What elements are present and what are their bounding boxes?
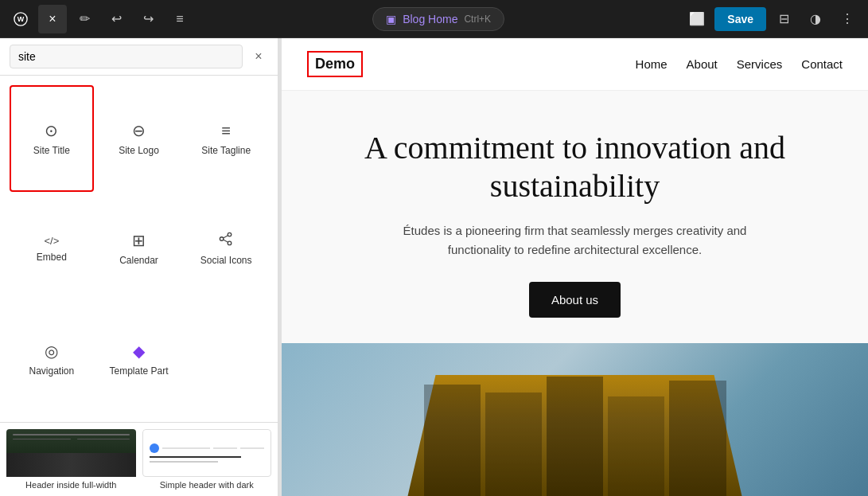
undo-button[interactable]: ↩ (102, 5, 130, 33)
redo-button[interactable]: ↪ (134, 5, 162, 33)
nav-contact[interactable]: Contact (801, 57, 843, 71)
wordpress-button[interactable]: W (6, 5, 35, 33)
canvas-area: Demo Home About Services Contact A commi… (282, 38, 868, 496)
search-clear-button[interactable]: × (249, 47, 268, 66)
view-button[interactable]: ⬜ (683, 5, 711, 33)
more-options-button[interactable]: ⋮ (833, 5, 862, 33)
toolbar-right: ⬜ Save ⊟ ◑ ⋮ (683, 5, 862, 33)
arch-structure (376, 369, 774, 496)
canvas-image-section (282, 343, 868, 496)
template-thumb-dark (6, 429, 136, 477)
block-item-site-tagline[interactable]: ≡ Site Tagline (184, 85, 268, 192)
template-label-header-full-width: Header inside full-width (6, 480, 136, 490)
preview-shortcut: Ctrl+K (464, 14, 491, 25)
toolbar-center: ▣ Blog Home Ctrl+K (197, 7, 679, 31)
preview-pill[interactable]: ▣ Blog Home Ctrl+K (372, 7, 504, 31)
block-item-template-part[interactable]: ◆ Template Part (97, 306, 181, 412)
site-logo-icon: ⊖ (132, 121, 146, 140)
hero-section: A commitment to innovation and sustainab… (282, 91, 868, 343)
nav-services[interactable]: Services (737, 57, 783, 71)
hero-title: A commitment to innovation and sustainab… (345, 129, 804, 205)
block-item-social-icons[interactable]: Social Icons (184, 195, 268, 302)
close-button[interactable]: × (38, 5, 67, 33)
nav-about[interactable]: About (687, 57, 718, 71)
template-thumb-light (142, 429, 272, 477)
block-item-site-title[interactable]: ⊙ Site Title (10, 85, 94, 192)
block-item-embed[interactable]: </> Embed (10, 195, 94, 302)
sidebar: site × ⊙ Site Title ⊖ Site Logo ≡ Site T… (0, 38, 278, 496)
site-title-label: Site Title (33, 145, 70, 156)
embed-icon: </> (44, 235, 59, 247)
contrast-button[interactable]: ◑ (801, 5, 830, 33)
save-button[interactable]: Save (714, 7, 766, 31)
navigation-label: Navigation (29, 365, 74, 377)
navigation-icon: ◎ (45, 342, 58, 361)
template-card-simple-header-dark[interactable]: Simple header with dark (142, 429, 272, 490)
svg-line-5 (224, 236, 228, 238)
nav-home[interactable]: Home (636, 57, 668, 71)
calendar-label: Calendar (119, 255, 158, 266)
social-icons-icon (219, 232, 233, 250)
main-area: site × ⊙ Site Title ⊖ Site Logo ≡ Site T… (0, 38, 868, 496)
search-input[interactable]: site (10, 45, 243, 68)
preview-label: Blog Home (403, 13, 457, 25)
site-logo-label: Site Logo (119, 145, 159, 156)
template-label-simple-header-dark: Simple header with dark (142, 480, 272, 490)
canvas-frame: Demo Home About Services Contact A commi… (282, 38, 868, 496)
block-item-calendar[interactable]: ⊞ Calendar (97, 195, 181, 302)
site-header: Demo Home About Services Contact (282, 38, 868, 91)
block-item-site-logo[interactable]: ⊖ Site Logo (97, 85, 181, 192)
social-icons-label: Social Icons (200, 255, 252, 266)
template-card-header-full-width[interactable]: Header inside full-width (6, 429, 136, 490)
hero-cta-button[interactable]: About us (529, 282, 621, 318)
svg-point-2 (228, 232, 232, 236)
embed-label: Embed (37, 252, 67, 263)
site-title-icon: ⊙ (45, 121, 58, 140)
block-grid: ⊙ Site Title ⊖ Site Logo ≡ Site Tagline … (0, 76, 278, 422)
templates-section: Header inside full-width Simple header w… (0, 422, 278, 496)
template-part-icon: ◆ (133, 342, 145, 361)
svg-point-3 (220, 237, 224, 241)
calendar-icon: ⊞ (132, 231, 146, 250)
preview-icon: ▣ (386, 13, 396, 25)
svg-line-6 (224, 240, 228, 242)
site-tagline-label: Site Tagline (201, 145, 251, 156)
layout-button[interactable]: ⊟ (769, 5, 798, 33)
svg-point-4 (228, 241, 232, 245)
site-logo-text: Demo (307, 51, 363, 77)
site-nav: Home About Services Contact (636, 57, 843, 71)
site-tagline-icon: ≡ (221, 122, 231, 140)
svg-text:W: W (18, 15, 25, 23)
menu-button[interactable]: ≡ (165, 5, 194, 33)
top-toolbar: W × ✏ ↩ ↪ ≡ ▣ Blog Home Ctrl+K ⬜ Save ⊟ … (0, 0, 868, 38)
template-part-label: Template Part (109, 365, 168, 377)
hero-subtitle: Études is a pioneering firm that seamles… (384, 221, 766, 260)
pen-button[interactable]: ✏ (70, 5, 99, 33)
sidebar-search-bar: site × (0, 38, 278, 76)
block-item-navigation[interactable]: ◎ Navigation (10, 306, 94, 412)
